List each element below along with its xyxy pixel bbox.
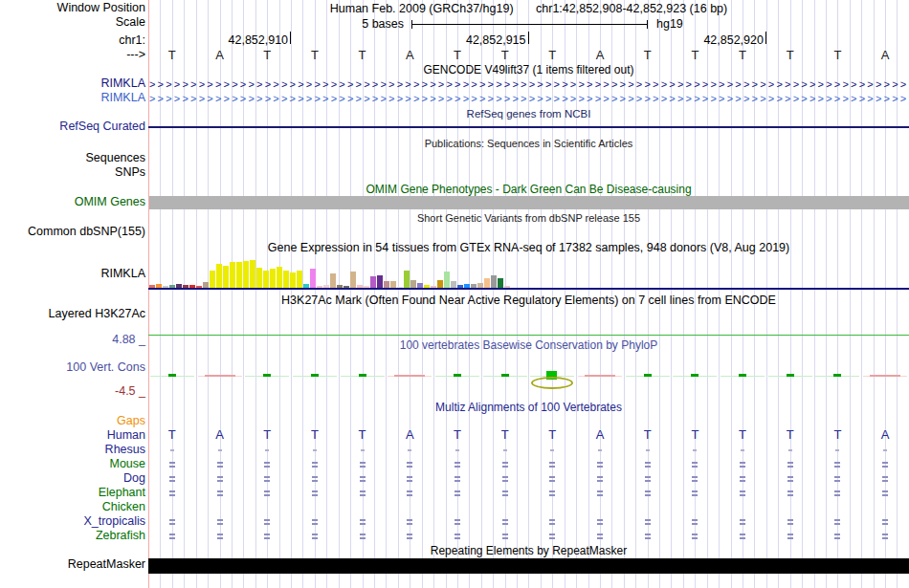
expression-bar bbox=[236, 262, 242, 288]
alignment-double-dash-x_tropicalis bbox=[787, 519, 793, 521]
expression-bar bbox=[223, 266, 229, 288]
track-label-rhesus[interactable]: Rhesus bbox=[105, 444, 145, 456]
track-label-elephant[interactable]: Elephant bbox=[99, 487, 145, 499]
phylop-conservation-track[interactable] bbox=[148, 368, 909, 389]
alignment-double-dash-x_tropicalis bbox=[360, 523, 366, 525]
track-label-snps[interactable]: SNPs bbox=[115, 166, 145, 179]
refseq-curated-line[interactable] bbox=[148, 126, 909, 128]
track-label-rimkla-gtex[interactable]: RIMKLA bbox=[100, 268, 145, 280]
track-label-rimkla-gencode-1[interactable]: RIMKLA bbox=[100, 77, 145, 90]
alignment-double-dash-elephant bbox=[169, 490, 175, 492]
alignment-double-dash-mouse bbox=[834, 462, 840, 464]
alignment-gap-dash-rhesus bbox=[550, 449, 554, 451]
title-gtex[interactable]: Gene Expression in 54 tissues from GTEx … bbox=[148, 241, 909, 254]
conservation-positive-mark bbox=[311, 374, 319, 377]
alignment-double-dash-zebrafish bbox=[312, 534, 318, 535]
track-label-refseq-curated[interactable]: RefSeq Curated bbox=[59, 120, 145, 133]
alignment-double-dash-x_tropicalis bbox=[312, 523, 318, 525]
alignment-double-dash-dog bbox=[169, 476, 175, 478]
alignment-double-dash-mouse bbox=[787, 462, 793, 464]
conservation-positive-mark bbox=[168, 374, 176, 377]
alignment-double-dash-dog bbox=[597, 476, 603, 478]
track-label-sequences[interactable]: Sequences bbox=[85, 152, 145, 164]
genome-version-label: hg19 bbox=[656, 17, 683, 31]
track-label-x-tropicalis[interactable]: X_tropicalis bbox=[83, 515, 145, 528]
track-label-mouse[interactable]: Mouse bbox=[109, 458, 145, 470]
track-label-omim-genes[interactable]: OMIM Genes bbox=[75, 196, 145, 208]
scale-ruler-line bbox=[411, 24, 648, 25]
base-letter: A bbox=[386, 48, 433, 62]
title-publications[interactable]: Publications: Sequences in Scientific Ar… bbox=[148, 138, 909, 149]
title-phylop[interactable]: 100 vertebrates Basewise Conservation by… bbox=[148, 338, 909, 352]
expression-bar bbox=[216, 264, 222, 288]
track-label-dog[interactable]: Dog bbox=[123, 472, 145, 485]
alignment-double-dash-dog bbox=[407, 476, 412, 478]
alignment-double-dash-dog bbox=[645, 476, 651, 478]
repeatmasker-element-bar[interactable] bbox=[148, 558, 909, 574]
alignment-gap-dash-rhesus bbox=[788, 449, 792, 451]
base-letter: A bbox=[576, 48, 624, 62]
alignment-double-dash-dog bbox=[787, 480, 793, 482]
title-h3k27ac[interactable]: H3K27Ac Mark (Often Found Near Active Re… bbox=[148, 294, 909, 307]
title-dbsnp[interactable]: Short Genetic Variants from dbSNP releas… bbox=[148, 212, 909, 224]
title-gencode[interactable]: GENCODE V49lift37 (1 items filtered out) bbox=[148, 63, 909, 76]
conservation-negative-mark bbox=[870, 375, 900, 377]
alignment-double-dash-zebrafish bbox=[360, 537, 366, 539]
alignment-gap-dash-rhesus bbox=[598, 449, 602, 451]
track-label-common-dbsnp[interactable]: Common dbSNP(155) bbox=[28, 226, 145, 238]
alignment-double-dash-dog bbox=[740, 476, 745, 478]
base-letter: T bbox=[529, 48, 577, 62]
alignment-double-dash-dog bbox=[217, 476, 223, 478]
track-label-rimkla-gencode-2[interactable]: RIMKLA bbox=[100, 92, 145, 104]
alignment-gap-dash-rhesus bbox=[741, 449, 744, 451]
h3k27ac-signal-line[interactable] bbox=[148, 335, 909, 336]
alignment-double-dash-dog bbox=[502, 480, 508, 482]
conservation-negative-mark bbox=[585, 375, 615, 377]
track-label-zebrafish[interactable]: Zebrafish bbox=[96, 530, 145, 542]
alignment-double-dash-mouse bbox=[407, 462, 412, 464]
alignment-double-dash-zebrafish bbox=[549, 537, 555, 539]
gencode-transcript-2-arrows[interactable]: >>>>>>>>>>>>>>>>>>>>>>>>>>>>>>>>>>>>>>>>… bbox=[149, 93, 908, 104]
alignment-double-dash-x_tropicalis bbox=[502, 523, 508, 525]
alignment-double-dash-x_tropicalis bbox=[740, 523, 745, 525]
alignment-double-dash-mouse bbox=[787, 466, 793, 468]
alignment-double-dash-x_tropicalis bbox=[882, 523, 888, 525]
expression-bar bbox=[283, 271, 289, 288]
alignment-double-dash-zebrafish bbox=[502, 534, 508, 535]
track-label-chicken[interactable]: Chicken bbox=[102, 501, 145, 513]
track-label-repeatmasker[interactable]: RepeatMasker bbox=[68, 558, 145, 571]
alignment-double-dash-mouse bbox=[502, 466, 508, 468]
alignment-double-dash-dog bbox=[312, 476, 318, 478]
alignment-double-dash-dog bbox=[787, 476, 793, 478]
alignment-double-dash-mouse bbox=[454, 462, 460, 464]
alignment-double-dash-zebrafish bbox=[787, 537, 793, 539]
multiz-alignment-rows[interactable] bbox=[148, 411, 909, 550]
omim-genes-bar[interactable] bbox=[149, 196, 909, 209]
alignment-double-dash-mouse bbox=[597, 466, 603, 468]
expression-bar bbox=[250, 260, 255, 288]
title-omim[interactable]: OMIM Gene Phenotypes - Dark Green Can Be… bbox=[148, 183, 909, 196]
alignment-double-dash-elephant bbox=[692, 490, 698, 492]
alignment-double-dash-zebrafish bbox=[360, 534, 366, 535]
track-label-layered-h3k27ac[interactable]: Layered H3K27Ac bbox=[49, 308, 145, 320]
base-letter: T bbox=[481, 48, 529, 62]
track-label-vert-cons[interactable]: 100 Vert. Cons bbox=[66, 361, 145, 374]
alignment-double-dash-mouse bbox=[692, 462, 698, 464]
expression-bar bbox=[297, 271, 302, 288]
alignment-double-dash-x_tropicalis bbox=[549, 519, 555, 521]
alignment-double-dash-mouse bbox=[264, 466, 270, 468]
track-label-human[interactable]: Human bbox=[107, 429, 145, 442]
alignment-double-dash-zebrafish bbox=[169, 537, 175, 539]
alignment-double-dash-dog bbox=[169, 480, 175, 482]
track-label-cons-min: -4.5 _ bbox=[115, 385, 145, 398]
title-refseq[interactable]: RefSeq genes from NCBI bbox=[148, 108, 909, 120]
gencode-transcript-1-arrows[interactable]: >>>>>>>>>>>>>>>>>>>>>>>>>>>>>>>>>>>>>>>>… bbox=[149, 78, 908, 90]
gtex-expression-track[interactable] bbox=[148, 254, 909, 288]
alignment-double-dash-dog bbox=[264, 476, 270, 478]
scale-ruler-left-tick bbox=[411, 20, 412, 29]
alignment-double-dash-zebrafish bbox=[882, 534, 888, 535]
track-label-gaps[interactable]: Gaps bbox=[117, 415, 145, 427]
alignment-double-dash-x_tropicalis bbox=[264, 519, 270, 521]
alignment-gap-dash-rhesus bbox=[835, 449, 839, 451]
expression-bar bbox=[310, 269, 316, 288]
